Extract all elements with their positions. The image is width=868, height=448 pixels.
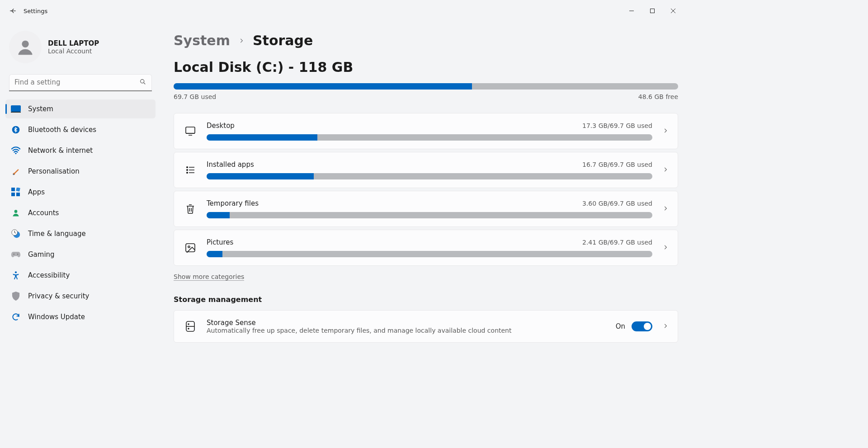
profile-sub: Local Account	[48, 47, 99, 55]
search-icon	[139, 78, 146, 87]
nav-label: Privacy & security	[28, 292, 89, 300]
update-icon	[11, 312, 21, 322]
category-meta: 3.60 GB/69.7 GB used	[582, 200, 652, 207]
nav-label: Network & internet	[28, 146, 93, 155]
disk-usage-fill	[174, 83, 472, 90]
window-minimize[interactable]	[621, 4, 642, 18]
nav-accounts[interactable]: Accounts	[5, 203, 156, 222]
svg-point-6	[15, 153, 16, 154]
storage-category-card[interactable]: Installed apps16.7 GB/69.7 GB used	[174, 152, 678, 188]
svg-point-18	[187, 167, 188, 168]
storage-sense-state: On	[616, 322, 625, 330]
storage-category-card[interactable]: Temporary files3.60 GB/69.7 GB used	[174, 191, 678, 227]
svg-rect-10	[16, 193, 20, 196]
chevron-right-icon	[662, 205, 669, 213]
nav-time-language[interactable]: Time & language	[5, 224, 156, 243]
category-icon	[184, 126, 197, 136]
storage-management-header: Storage management	[174, 295, 678, 304]
chevron-right-icon[interactable]	[662, 322, 669, 331]
nav-personalisation[interactable]: Personalisation	[5, 162, 156, 181]
accessibility-icon	[11, 270, 21, 280]
arrow-left-icon	[9, 7, 17, 15]
nav-label: Personalisation	[28, 167, 80, 175]
category-bar-fill	[207, 134, 317, 141]
category-name: Pictures	[207, 238, 233, 246]
profile-block[interactable]: DELL LAPTOP Local Account	[4, 27, 157, 71]
category-bar-fill	[207, 212, 230, 218]
storage-sense-card[interactable]: Storage Sense Automatically free up spac…	[174, 310, 678, 343]
category-meta: 17.3 GB/69.7 GB used	[582, 122, 652, 129]
window-maximize[interactable]	[642, 4, 663, 18]
titlebar: Settings	[0, 0, 687, 22]
minimize-icon	[629, 8, 634, 14]
svg-point-15	[17, 254, 18, 255]
gamepad-icon	[11, 250, 21, 259]
svg-rect-4	[11, 112, 21, 113]
svg-point-1	[22, 41, 28, 47]
storage-sense-sub: Automatically free up space, delete temp…	[207, 327, 606, 334]
nav-label: System	[28, 105, 53, 113]
svg-point-16	[15, 271, 17, 273]
nav-privacy[interactable]: Privacy & security	[5, 287, 156, 306]
free-label: 48.6 GB free	[638, 93, 678, 100]
paintbrush-icon	[11, 166, 21, 176]
search-input[interactable]	[9, 74, 152, 91]
drive-icon	[184, 321, 197, 332]
svg-rect-7	[11, 188, 15, 191]
used-label: 69.7 GB used	[174, 93, 216, 100]
back-button[interactable]	[4, 2, 22, 20]
category-bar	[207, 173, 652, 179]
nav-accessibility[interactable]: Accessibility	[5, 266, 156, 285]
close-icon	[670, 8, 676, 14]
nav-label: Accounts	[28, 209, 59, 217]
nav-bluetooth[interactable]: Bluetooth & devices	[5, 120, 156, 139]
nav-windows-update[interactable]: Windows Update	[5, 307, 156, 326]
nav-gaming[interactable]: Gaming	[5, 245, 156, 264]
storage-category-card[interactable]: Pictures2.41 GB/69.7 GB used	[174, 230, 678, 266]
category-name: Temporary files	[207, 199, 259, 207]
chevron-right-icon	[662, 127, 669, 136]
nav-network[interactable]: Network & internet	[5, 141, 156, 160]
breadcrumb-page: Storage	[253, 33, 313, 48]
nav-list: System Bluetooth & devices Network & int…	[4, 99, 157, 326]
wifi-icon	[11, 146, 21, 156]
nav-label: Windows Update	[28, 313, 85, 321]
category-icon	[184, 203, 197, 214]
svg-point-2	[141, 80, 144, 83]
maximize-icon	[650, 8, 655, 14]
breadcrumb-parent[interactable]: System	[174, 33, 230, 48]
svg-point-22	[188, 246, 190, 248]
avatar	[9, 31, 42, 63]
svg-rect-21	[186, 244, 195, 252]
apps-icon	[11, 187, 21, 197]
category-bar	[207, 251, 652, 257]
svg-point-25	[188, 328, 189, 329]
content[interactable]: System Storage Local Disk (C:) - 118 GB …	[163, 22, 687, 448]
nav-label: Accessibility	[28, 271, 70, 279]
storage-category-card[interactable]: Desktop17.3 GB/69.7 GB used	[174, 113, 678, 149]
svg-point-24	[188, 324, 189, 325]
disk-usage-bar	[174, 83, 678, 90]
category-meta: 2.41 GB/69.7 GB used	[582, 239, 652, 246]
clock-globe-icon	[11, 229, 21, 239]
user-icon	[15, 37, 36, 57]
category-icon	[184, 165, 197, 175]
window-close[interactable]	[663, 4, 684, 18]
svg-point-11	[14, 210, 18, 213]
show-more-categories[interactable]: Show more categories	[174, 273, 244, 281]
nav-system[interactable]: System	[5, 99, 156, 118]
nav-apps[interactable]: Apps	[5, 183, 156, 202]
system-icon	[11, 104, 21, 114]
category-bar-fill	[207, 251, 222, 257]
nav-label: Bluetooth & devices	[28, 126, 96, 134]
profile-name: DELL LAPTOP	[48, 39, 99, 47]
chevron-right-icon	[662, 166, 669, 174]
shield-icon	[11, 291, 21, 301]
bluetooth-icon	[11, 125, 21, 135]
category-name: Desktop	[207, 122, 235, 130]
svg-rect-9	[11, 193, 15, 196]
storage-sense-toggle[interactable]	[632, 321, 652, 331]
nav-label: Gaming	[28, 250, 55, 259]
svg-rect-0	[651, 9, 655, 13]
svg-rect-3	[11, 105, 21, 112]
